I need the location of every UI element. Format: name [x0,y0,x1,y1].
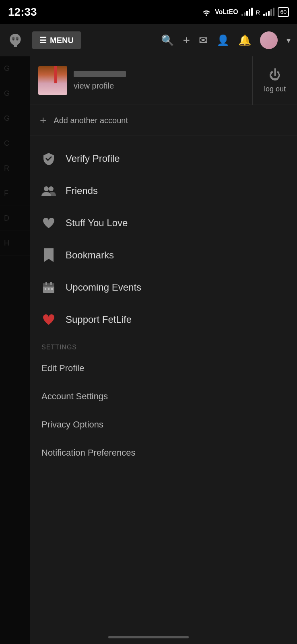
menu-item-verify-profile[interactable]: Verify Profile [30,142,297,175]
svg-point-5 [49,186,54,191]
verify-profile-icon [41,151,56,166]
svg-rect-10 [45,288,46,290]
upcoming-events-label: Upcoming Events [66,282,141,293]
svg-rect-8 [45,282,47,285]
signal-bars-1 [241,8,253,16]
settings-item-notification-preferences[interactable]: Notification Preferences [30,439,297,467]
nav-bar: ☰ MENU 🔍 + ✉ 👤 🔔 ▾ [0,24,297,56]
stuff-you-love-label: Stuff You Love [66,217,128,229]
logout-button[interactable]: ⏻ log out [253,56,297,105]
nav-icons: 🔍 + ✉ 👤 🔔 ▾ [161,31,291,49]
view-profile-button[interactable]: view profile [30,56,253,105]
add-account-icon: + [40,114,46,127]
support-fetlife-label: Support FetLife [66,314,132,325]
fetlife-logo [6,31,24,49]
avatar-chevron-icon: ▾ [287,35,291,45]
menu-button[interactable]: ☰ MENU [32,31,81,49]
svg-rect-9 [50,282,52,285]
profile-icon[interactable]: 👤 [217,34,229,47]
logout-icon: ⏻ [269,68,281,82]
stuff-you-love-icon [41,216,56,230]
home-indicator [108,636,189,638]
menu-items-list: Verify Profile Friends Stuff You Love [30,136,297,644]
svg-rect-7 [43,283,54,287]
svg-rect-12 [51,288,53,290]
friends-icon [41,184,56,198]
user-avatar[interactable] [260,31,278,49]
svg-point-4 [44,186,49,191]
menu-item-support-fetlife[interactable]: Support FetLife [30,303,297,336]
add-account-button[interactable]: + Add another account [30,105,297,136]
menu-item-stuff-you-love[interactable]: Stuff You Love [30,207,297,239]
menu-item-friends[interactable]: Friends [30,175,297,207]
settings-section: SETTINGS [30,336,297,354]
network-text: VoLtEO [215,8,238,16]
svg-point-3 [16,39,18,40]
profile-name-blurred [74,71,126,77]
menu-item-upcoming-events[interactable]: Upcoming Events [30,271,297,303]
add-account-label: Add another account [54,116,128,125]
view-profile-label: view profile [74,81,126,91]
settings-item-edit-profile[interactable]: Edit Profile [30,354,297,382]
settings-label: SETTINGS [41,344,77,351]
menu-item-bookmarks[interactable]: Bookmarks [30,239,297,271]
status-time: 12:33 [8,6,37,19]
profile-section: view profile ⏻ log out [30,56,297,105]
mail-icon[interactable]: ✉ [199,34,208,47]
support-fetlife-icon [41,312,56,327]
dropdown-menu: view profile ⏻ log out + Add another acc… [30,56,297,644]
status-icons: VoLtEO R 60 [201,7,289,17]
upcoming-events-icon [41,280,56,295]
add-icon[interactable]: + [183,33,190,47]
svg-rect-11 [48,288,50,290]
battery-icon: 60 [278,7,289,17]
friends-label: Friends [66,185,98,196]
settings-item-account-settings[interactable]: Account Settings [30,382,297,411]
menu-icon: ☰ [39,35,47,45]
R-indicator: R [256,9,260,16]
bookmarks-icon [41,248,56,262]
bookmarks-label: Bookmarks [66,250,114,261]
profile-avatar [38,66,67,95]
settings-item-privacy-options[interactable]: Privacy Options [30,411,297,439]
notifications-icon[interactable]: 🔔 [238,34,251,47]
svg-point-2 [13,39,14,40]
signal-bars-2 [263,8,274,16]
search-icon[interactable]: 🔍 [161,34,174,47]
status-bar: 12:33 VoLtEO R 60 [0,0,297,24]
verify-profile-label: Verify Profile [66,153,120,164]
wifi-icon [201,8,212,16]
profile-text: view profile [74,71,126,91]
logo-icon [7,32,23,48]
